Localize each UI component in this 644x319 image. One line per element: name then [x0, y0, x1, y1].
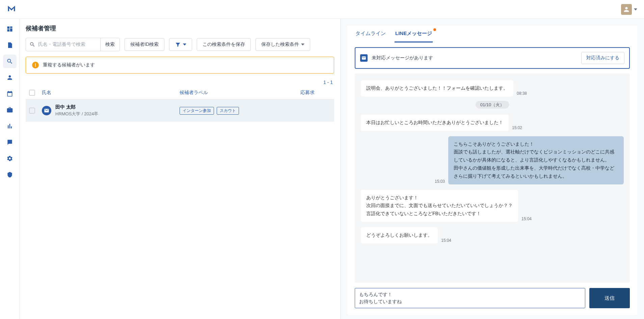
search-button[interactable]: 検索 — [100, 38, 119, 51]
sidebar-person[interactable] — [3, 71, 17, 84]
right-panel: タイムライン LINEメッセージ 未対応メッセージがあります 対応済みにする — [340, 19, 644, 319]
page-title: 候補者管理 — [26, 24, 334, 32]
label-tag: スカウト — [217, 107, 239, 115]
caret-down-icon — [301, 44, 304, 46]
candidate-labels: インターン参加 スカウト — [180, 107, 294, 115]
alert-text: 未対応メッセージがあります — [372, 55, 433, 61]
tab-timeline[interactable]: タイムライン — [355, 26, 386, 42]
message-row: 説明会、ありがとうございました！！フォームを確認いたします。 08:38 — [361, 80, 624, 96]
caret-down-icon — [634, 8, 637, 10]
notification-dot — [433, 28, 436, 31]
warning-banner: ! 重複する候補者がいます — [26, 57, 334, 74]
compose-row: もちろんです！ お待ちしていますね 送信 — [347, 283, 637, 315]
sidebar-calendar[interactable] — [3, 87, 17, 100]
tabs: タイムライン LINEメッセージ — [347, 26, 637, 42]
message-time: 15:04 — [441, 238, 451, 243]
mail-icon — [42, 106, 51, 115]
avatar — [621, 4, 632, 15]
message-row: 本日はお忙しいところお時間いただきありがとうございました！ 15:02 — [361, 115, 624, 131]
message-bubble: 説明会、ありがとうございました！！フォームを確認いたします。 — [361, 80, 513, 96]
search-group: 氏名・電話番号で検索 検索 — [26, 38, 120, 51]
table-row[interactable]: 田中 太郎 HRMOS大学 / 2024卒 インターン参加 スカウト — [26, 99, 334, 122]
message-time: 08:38 — [517, 91, 527, 96]
message-time: 15:02 — [512, 125, 522, 130]
saved-conditions-label: 保存した検索条件 — [261, 41, 299, 48]
chat-area[interactable]: 説明会、ありがとうございました！！フォームを確認いたします。 08:38 01/… — [355, 74, 630, 283]
col-name[interactable]: 氏名 — [42, 90, 173, 96]
result-count: 1 - 1 — [26, 80, 334, 85]
warning-icon: ! — [32, 62, 39, 68]
warning-text: 重複する候補者がいます — [43, 62, 95, 68]
candidate-name: 田中 太郎 — [55, 104, 98, 110]
table-header: 氏名 候補者ラベル 応募求 — [26, 86, 334, 99]
message-row: どうぞよろしくお願いします。 15:04 — [361, 227, 624, 243]
compose-input[interactable]: もちろんです！ お待ちしていますね — [355, 288, 585, 308]
left-panel: 候補者管理 氏名・電話番号で検索 検索 候補者ID検索 この検索条 — [20, 19, 340, 319]
message-bubble: 本日はお忙しいところお時間いただきありがとうございました！ — [361, 115, 509, 131]
select-all-checkbox[interactable] — [29, 90, 35, 96]
sidebar — [0, 19, 20, 319]
message-row: ありがとうございます！ 次回の面接までに、文面でも送らせていただいていいでしょう… — [361, 190, 624, 222]
message-time: 15:04 — [521, 216, 532, 221]
save-condition-button[interactable]: この検索条件を保存 — [197, 38, 251, 51]
filter-icon — [175, 41, 181, 48]
date-divider: 01/10（火） — [361, 102, 624, 108]
search-icon — [29, 41, 35, 48]
sidebar-document[interactable] — [3, 38, 17, 52]
id-search-button[interactable]: 候補者ID検索 — [125, 38, 164, 51]
topbar — [0, 0, 644, 19]
send-button[interactable]: 送信 — [589, 288, 630, 308]
message-time: 15:03 — [435, 179, 445, 184]
sidebar-shield[interactable] — [3, 168, 17, 181]
row-checkbox[interactable] — [29, 108, 35, 114]
sidebar-report[interactable] — [3, 136, 17, 149]
sidebar-search[interactable] — [3, 55, 17, 68]
message-bubble: こちらこそありがとうございました！ 面談でも話しましたが、選社軸だけでなくビジョ… — [448, 136, 624, 184]
tab-line-message[interactable]: LINEメッセージ — [395, 26, 433, 42]
message-row: こちらこそありがとうございました！ 面談でも話しましたが、選社軸だけでなくビジョ… — [361, 136, 624, 184]
message-bubble: ありがとうございます！ 次回の面接までに、文面でも送らせていただいていいでしょう… — [361, 190, 518, 222]
saved-conditions-button[interactable]: 保存した検索条件 — [256, 38, 310, 51]
search-placeholder: 氏名・電話番号で検索 — [38, 41, 85, 48]
col-label[interactable]: 候補者ラベル — [180, 90, 294, 96]
filter-button[interactable] — [169, 38, 192, 51]
mark-handled-button[interactable]: 対応済みにする — [581, 52, 624, 64]
candidate-subtitle: HRMOS大学 / 2024卒 — [55, 111, 98, 117]
user-menu[interactable] — [621, 4, 637, 15]
sidebar-briefcase[interactable] — [3, 103, 17, 117]
label-tag: インターン参加 — [180, 107, 214, 115]
search-input[interactable]: 氏名・電話番号で検索 — [26, 38, 100, 51]
sidebar-analytics[interactable] — [3, 119, 17, 133]
caret-down-icon — [183, 44, 186, 46]
logo — [7, 3, 16, 15]
sidebar-settings[interactable] — [3, 152, 17, 165]
sidebar-dashboard[interactable] — [3, 22, 17, 36]
message-bubble: どうぞよろしくお願いします。 — [361, 227, 438, 243]
col-req[interactable]: 応募求 — [300, 90, 331, 96]
chat-card: タイムライン LINEメッセージ 未対応メッセージがあります 対応済みにする — [347, 26, 637, 315]
toolbar: 氏名・電話番号で検索 検索 候補者ID検索 この検索条件を保存 保存した検索条件 — [26, 38, 334, 51]
mail-icon — [360, 54, 368, 62]
unread-alert: 未対応メッセージがあります 対応済みにする — [355, 47, 630, 69]
